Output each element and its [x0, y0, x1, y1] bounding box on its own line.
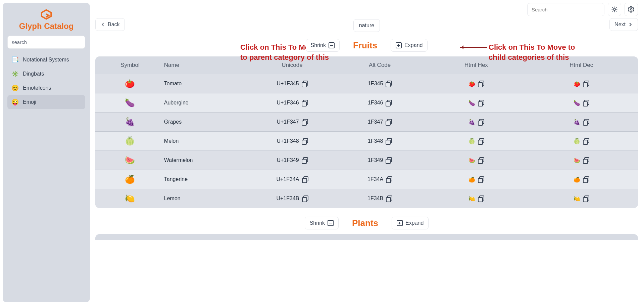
table-row[interactable]: 🍋LemonU+1F34B1F34B🍋🍋 — [95, 189, 638, 208]
copy-icon[interactable] — [583, 138, 589, 144]
table-fruits: Symbol Name Unicode Alt Code Html Hex Ht… — [95, 56, 638, 208]
next-button[interactable]: Next — [609, 18, 638, 31]
cell-unicode: U+1F346 — [248, 100, 336, 106]
copy-icon[interactable] — [386, 138, 392, 144]
col-unicode: Unicode — [248, 62, 336, 69]
shrink-label: Shrink — [310, 220, 325, 226]
table-row[interactable]: 🍅TomatoU+1F3451F345🍅🍅 — [95, 74, 638, 93]
cell-text: 🍋 — [574, 195, 580, 202]
table-row[interactable]: 🍉WatermelonU+1F3491F349🍉🍉 — [95, 150, 638, 170]
section-head-plants: Shrink Plants Expand — [95, 217, 638, 229]
symbol-cell: 🍊 — [99, 175, 161, 184]
cell-text: 🍈 — [468, 138, 475, 144]
breadcrumb-row: Back nature Next — [95, 18, 638, 33]
copy-icon[interactable] — [478, 138, 484, 144]
copy-icon[interactable] — [386, 119, 392, 125]
copy-icon[interactable] — [583, 100, 589, 106]
sidebar-item-emoji[interactable]: 😜Emoji — [7, 95, 85, 109]
cell-dec: 🍅 — [529, 81, 634, 87]
copy-icon[interactable] — [386, 100, 392, 106]
cell-unicode: U+1F349 — [248, 157, 336, 163]
copy-icon[interactable] — [386, 157, 392, 163]
copy-icon[interactable] — [583, 119, 589, 125]
copy-icon[interactable] — [478, 119, 484, 125]
copy-icon[interactable] — [478, 195, 484, 202]
sidebar-item-icon: 📑 — [11, 56, 19, 63]
plus-square-icon — [396, 42, 402, 48]
copy-icon[interactable] — [583, 195, 589, 202]
shrink-label: Shrink — [311, 42, 326, 48]
copy-icon[interactable] — [302, 81, 308, 87]
section-title-plants: Plants — [352, 218, 378, 228]
cell-text: U+1F348 — [277, 138, 299, 144]
name-cell: Melon — [161, 138, 248, 144]
name-cell: Lemon — [161, 195, 248, 202]
cell-text: 🍉 — [468, 157, 475, 164]
name-cell: Tomato — [161, 81, 248, 87]
copy-icon[interactable] — [583, 176, 589, 182]
cell-dec: 🍆 — [529, 100, 634, 106]
cell-text: U+1F34B — [276, 195, 299, 202]
table-row[interactable]: 🍇GrapesU+1F3471F347🍇🍇 — [95, 112, 638, 131]
minus-square-icon — [328, 220, 334, 226]
copy-icon[interactable] — [478, 100, 484, 106]
copy-icon[interactable] — [302, 176, 308, 182]
sidebar-item-dingbats[interactable]: ✳️Dingbats — [7, 67, 85, 81]
shrink-button-plants[interactable]: Shrink — [305, 217, 339, 229]
table-row[interactable]: 🍆AubergineU+1F3461F346🍆🍆 — [95, 93, 638, 112]
cell-text: U+1F34A — [276, 176, 299, 182]
copy-icon[interactable] — [302, 100, 308, 106]
cell-unicode: U+1F34A — [248, 176, 336, 182]
expand-button-plants[interactable]: Expand — [392, 217, 429, 229]
table-header: Symbol Name Unicode Alt Code Html Hex Ht… — [95, 56, 638, 74]
cell-text: U+1F347 — [277, 119, 299, 125]
table-row[interactable]: 🍊TangerineU+1F34A1F34A🍊🍊 — [95, 170, 638, 189]
copy-icon[interactable] — [386, 176, 392, 182]
col-alt: Alt Code — [336, 62, 424, 69]
shrink-button-fruits[interactable]: Shrink — [306, 39, 340, 52]
minus-square-icon — [329, 42, 335, 48]
section-title-fruits: Fruits — [353, 40, 377, 51]
topbar — [95, 3, 638, 16]
sidebar-search-input[interactable] — [7, 36, 85, 49]
cell-text: 🍆 — [574, 100, 580, 106]
cell-hex: 🍇 — [424, 119, 529, 125]
cell-text: U+1F346 — [277, 100, 299, 106]
cell-hex: 🍅 — [424, 81, 529, 87]
copy-icon[interactable] — [386, 195, 392, 202]
copy-icon[interactable] — [386, 81, 392, 87]
cell-hex: 🍋 — [424, 195, 529, 202]
sidebar-item-icon: 😊 — [11, 84, 19, 92]
cell-text: 1F345 — [368, 81, 383, 87]
expand-button-fruits[interactable]: Expand — [391, 39, 428, 52]
global-search-input[interactable] — [527, 3, 604, 16]
col-dec: Html Dec — [529, 62, 634, 69]
cell-unicode: U+1F34B — [248, 195, 336, 202]
cell-hex: 🍊 — [424, 176, 529, 183]
copy-icon[interactable] — [478, 157, 484, 163]
symbol-cell: 🍅 — [99, 79, 161, 88]
cell-alt: 1F348 — [336, 138, 424, 144]
cell-text: 1F34B — [367, 195, 383, 202]
sidebar-item-icon: ✳️ — [11, 70, 19, 78]
cell-text: 1F348 — [368, 138, 383, 144]
cell-dec: 🍉 — [529, 157, 634, 164]
sidebar-item-notational-systems[interactable]: 📑Notational Systems — [7, 53, 85, 67]
sidebar-item-emoteicons[interactable]: 😊EmoteIcons — [7, 81, 85, 95]
copy-icon[interactable] — [302, 138, 308, 144]
copy-icon[interactable] — [583, 81, 589, 87]
back-button[interactable]: Back — [95, 18, 125, 31]
settings-button[interactable] — [625, 3, 638, 16]
cell-hex: 🍈 — [424, 138, 529, 144]
copy-icon[interactable] — [478, 176, 484, 182]
table-row[interactable]: 🍈MelonU+1F3481F348🍈🍈 — [95, 131, 638, 150]
copy-icon[interactable] — [478, 81, 484, 87]
expand-label: Expand — [405, 220, 424, 226]
copy-icon[interactable] — [302, 119, 308, 125]
copy-icon[interactable] — [302, 157, 308, 163]
name-cell: Tangerine — [161, 176, 248, 182]
copy-icon[interactable] — [302, 195, 308, 202]
sidebar-item-label: Dingbats — [23, 71, 44, 77]
theme-toggle-button[interactable] — [608, 3, 621, 16]
copy-icon[interactable] — [583, 157, 589, 163]
